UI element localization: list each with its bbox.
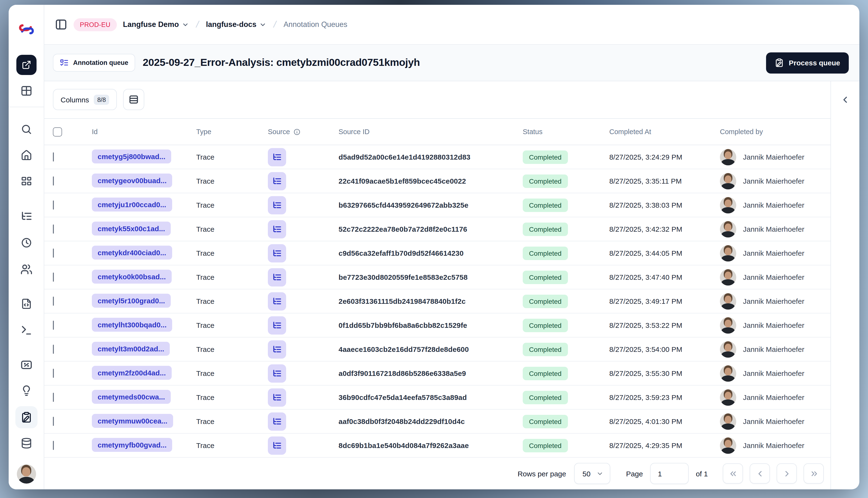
- column-header-completed-by[interactable]: Completed by: [720, 128, 830, 135]
- source-trace-button[interactable]: [268, 196, 286, 214]
- item-id-link[interactable]: cmetykdr400ciad0...: [92, 245, 172, 259]
- sidebar-item-search[interactable]: [21, 123, 32, 135]
- item-id-link[interactable]: cmetygeov00buad...: [92, 173, 172, 187]
- source-trace-button[interactable]: [268, 244, 286, 262]
- column-header-completed-at[interactable]: Completed At: [609, 128, 720, 135]
- source-trace-button[interactable]: [268, 364, 286, 382]
- table-row[interactable]: cmetymeds00cwa... Trace 36b90cdfc47e5da1…: [44, 385, 830, 409]
- rows-per-page-select[interactable]: 50: [574, 463, 610, 484]
- table-row[interactable]: cmetyg5j800bwad... Trace d5ad9d52a00c6e1…: [44, 145, 830, 169]
- source-trace-button[interactable]: [268, 268, 286, 286]
- table-row[interactable]: cmetylt3m00d2ad... Trace 4aaece1603cb2e1…: [44, 338, 830, 362]
- sidebar-item-open-current[interactable]: [16, 55, 36, 75]
- source-trace-button[interactable]: [268, 388, 286, 406]
- table-row[interactable]: cmetymmuw00cea... Trace aaf0c38db0f3f204…: [44, 409, 830, 434]
- source-trace-button[interactable]: [268, 316, 286, 334]
- table-row[interactable]: cmetykdr400ciad0... Trace c9d56ca32efaff…: [44, 241, 830, 265]
- source-trace-button[interactable]: [268, 172, 286, 190]
- info-icon[interactable]: [293, 128, 300, 135]
- item-id-link[interactable]: cmetyko0k00bsad...: [92, 270, 172, 283]
- table-row[interactable]: cmetyko0k00bsad... Trace be7723e30d80205…: [44, 265, 830, 289]
- row-checkbox[interactable]: [53, 297, 54, 306]
- item-id-link[interactable]: cmetyl5r100grad0...: [92, 293, 171, 307]
- sidebar-item-annotation-queues[interactable]: [15, 406, 37, 428]
- breadcrumb-org[interactable]: Langfuse Demo: [123, 20, 189, 29]
- item-id-link[interactable]: cmetymmuw00cea...: [92, 414, 173, 428]
- row-checkbox[interactable]: [53, 320, 54, 330]
- previous-page-button[interactable]: [750, 463, 770, 484]
- status-badge: Completed: [523, 150, 568, 164]
- table-row[interactable]: cmetymyfb00gvad... Trace 8dc69b1ba1e540b…: [44, 434, 830, 458]
- column-header-source[interactable]: Source: [268, 128, 339, 135]
- item-id-link[interactable]: cmetymyfb00gvad...: [92, 438, 172, 451]
- table-row[interactable]: cmetyl5r100grad0... Trace 2e603f31361115…: [44, 289, 830, 313]
- chevron-left-icon: [840, 94, 850, 105]
- source-trace-button[interactable]: [268, 220, 286, 238]
- terminal-icon: [20, 324, 32, 336]
- column-header-type[interactable]: Type: [196, 128, 268, 135]
- expand-panel-button[interactable]: [838, 92, 853, 107]
- row-checkbox[interactable]: [53, 176, 54, 185]
- page-number-input[interactable]: 1: [650, 463, 689, 484]
- row-checkbox[interactable]: [53, 345, 54, 354]
- source-id-value: 36b90cdfc47e5da14eefa5785c3a89ad: [339, 393, 523, 402]
- item-id-link[interactable]: cmetyg5j800bwad...: [92, 149, 171, 163]
- row-checkbox[interactable]: [53, 249, 54, 258]
- sidebar-item-dashboards[interactable]: [21, 176, 32, 187]
- row-checkbox[interactable]: [53, 224, 54, 234]
- sidebar-item-users[interactable]: [20, 263, 32, 275]
- table-row[interactable]: cmetym2fz00d4ad... Trace a0df3f901167218…: [44, 362, 830, 385]
- next-page-button[interactable]: [777, 463, 797, 484]
- queue-header: Annotation queue 2025-09-27_Error-Analys…: [44, 44, 859, 81]
- row-checkbox[interactable]: [53, 393, 54, 402]
- item-id-link[interactable]: cmetyju1r00ccad0...: [92, 197, 172, 211]
- completed-by-avatar: [720, 269, 736, 285]
- table-row[interactable]: cmetyk55x00c1ad... Trace 52c72c2222ea78e…: [44, 217, 830, 241]
- row-checkbox[interactable]: [53, 417, 54, 426]
- completed-at-value: 8/27/2025, 3:24:29 PM: [609, 153, 720, 161]
- last-page-button[interactable]: [804, 463, 824, 484]
- status-badge: Completed: [523, 246, 568, 260]
- select-all-checkbox[interactable]: [53, 127, 62, 136]
- table-row[interactable]: cmetygeov00buad... Trace 22c41f09acae5b1…: [44, 169, 830, 193]
- sidebar-item-evaluation[interactable]: [20, 358, 33, 371]
- sidebar-item-prompts[interactable]: [21, 385, 32, 396]
- sidebar-item-tables[interactable]: [20, 85, 32, 97]
- columns-button[interactable]: Columns 8/8: [53, 89, 117, 110]
- first-page-button[interactable]: [723, 463, 743, 484]
- sidebar-item-tracing[interactable]: [20, 210, 32, 222]
- trace-tree-icon: [272, 417, 282, 426]
- sidebar-item-sessions[interactable]: [21, 237, 32, 249]
- user-profile-button[interactable]: [16, 464, 36, 484]
- column-header-status[interactable]: Status: [523, 128, 609, 135]
- process-queue-button[interactable]: Process queue: [766, 52, 849, 73]
- item-id-link[interactable]: cmetym2fz00d4ad...: [92, 366, 171, 380]
- row-height-button[interactable]: [124, 89, 144, 110]
- table-row[interactable]: cmetyju1r00ccad0... Trace b63297665cfd44…: [44, 193, 830, 217]
- source-trace-button[interactable]: [268, 340, 286, 358]
- sidebar-item-home[interactable]: [21, 149, 32, 161]
- sidebar-item-playground[interactable]: [20, 324, 32, 336]
- source-trace-button[interactable]: [268, 292, 286, 310]
- column-header-source-id[interactable]: Source ID: [339, 128, 523, 135]
- item-id-link[interactable]: cmetyk55x00c1ad...: [92, 221, 171, 235]
- item-id-link[interactable]: cmetylht300bqad0...: [92, 317, 172, 331]
- sidebar-item-settings-db[interactable]: [21, 437, 32, 449]
- row-checkbox[interactable]: [53, 441, 54, 450]
- table-row[interactable]: cmetylht300bqad0... Trace 0f1dd65b7bb9bf…: [44, 313, 830, 338]
- sidebar-toggle-button[interactable]: [55, 18, 67, 31]
- item-type: Trace: [196, 273, 268, 281]
- breadcrumb-project[interactable]: langfuse-docs: [206, 20, 267, 29]
- sidebar-item-datasets[interactable]: [21, 298, 32, 310]
- row-checkbox[interactable]: [53, 273, 54, 282]
- source-trace-button[interactable]: [268, 412, 286, 431]
- row-checkbox[interactable]: [53, 369, 54, 378]
- row-checkbox[interactable]: [53, 153, 54, 161]
- source-id-value: aaf0c38db0f3f2048b24dd229df10d4c: [339, 417, 523, 425]
- item-id-link[interactable]: cmetymeds00cwa...: [92, 390, 171, 404]
- item-id-link[interactable]: cmetylt3m00d2ad...: [92, 342, 170, 355]
- source-trace-button[interactable]: [268, 148, 286, 166]
- source-trace-button[interactable]: [268, 436, 286, 455]
- row-checkbox[interactable]: [53, 200, 54, 210]
- column-header-id[interactable]: Id: [92, 128, 196, 135]
